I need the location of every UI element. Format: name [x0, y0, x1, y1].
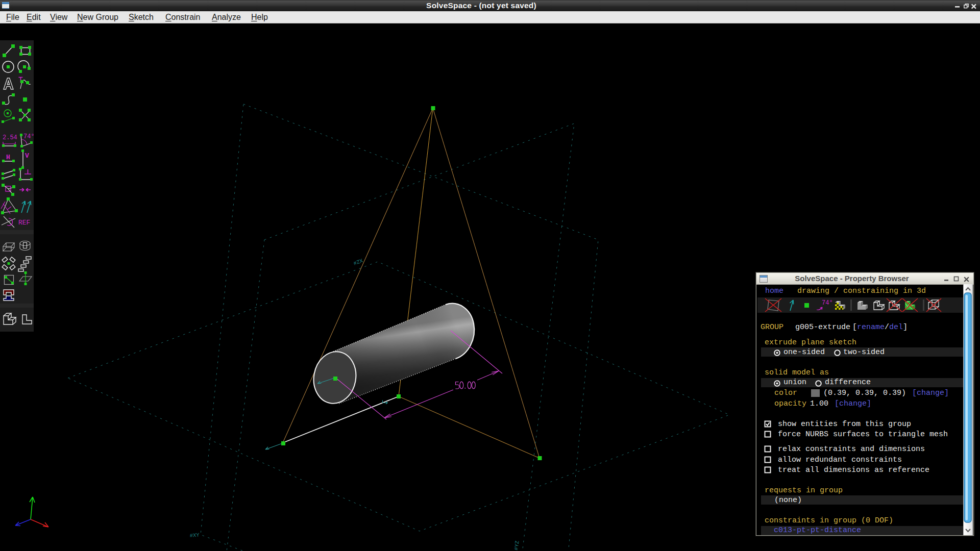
svg-text:V: V	[25, 152, 29, 160]
svg-text:74°: 74°	[822, 299, 833, 307]
svg-text:2.54: 2.54	[3, 134, 17, 141]
svg-text:REF: REF	[18, 219, 30, 227]
svg-text:#XY: #XY	[189, 532, 200, 539]
svg-text:H: H	[6, 154, 10, 161]
svg-text:74°: 74°	[23, 133, 34, 140]
svg-text:#YZ: #YZ	[513, 540, 521, 550]
